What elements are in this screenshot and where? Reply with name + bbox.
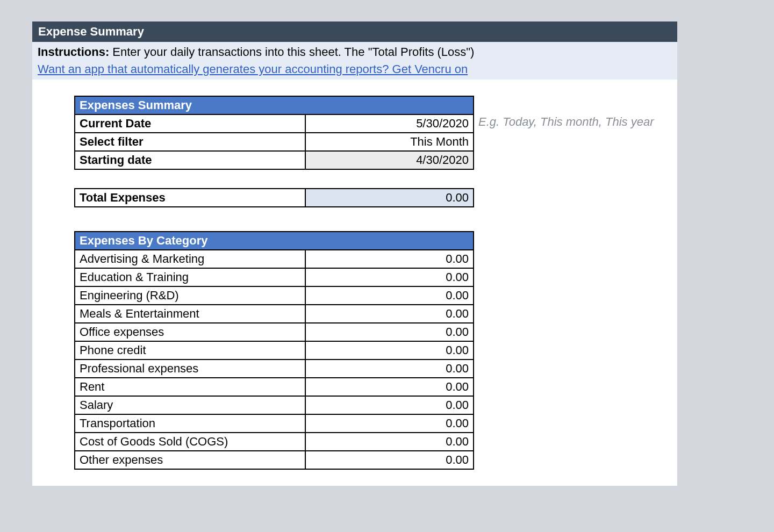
category-label: Cost of Goods Sold (COGS) <box>75 433 305 451</box>
category-label: Meals & Entertainment <box>75 305 305 323</box>
filter-hint: E.g. Today, This month, This year <box>478 115 654 129</box>
table-row: Total Expenses 0.00 <box>75 189 474 207</box>
category-label: Advertising & Marketing <box>75 250 305 268</box>
total-expenses-table: Total Expenses 0.00 <box>74 188 474 207</box>
table-row: Engineering (R&D) 0.00 <box>75 286 474 305</box>
worksheet: Expense Summary Instructions: Enter your… <box>32 21 677 486</box>
category-table-header-row: Expenses By Category <box>75 232 474 250</box>
table-row: Office expenses 0.00 <box>75 323 474 341</box>
category-label: Engineering (R&D) <box>75 286 305 305</box>
total-expenses-value: 0.00 <box>305 189 474 207</box>
total-expenses-label: Total Expenses <box>75 189 305 207</box>
category-value[interactable]: 0.00 <box>305 451 474 469</box>
category-label: Rent <box>75 378 305 396</box>
category-label: Office expenses <box>75 323 305 341</box>
content-area: Expenses Summary Current Date 5/30/2020 … <box>32 80 677 486</box>
table-row: Education & Training 0.00 <box>75 268 474 286</box>
table-row: Cost of Goods Sold (COGS) 0.00 <box>75 433 474 451</box>
instructions-text: Enter your daily transactions into this … <box>109 45 474 59</box>
category-value[interactable]: 0.00 <box>305 433 474 451</box>
table-row: Other expenses 0.00 <box>75 451 474 469</box>
category-label: Other expenses <box>75 451 305 469</box>
table-row: Meals & Entertainment 0.00 <box>75 305 474 323</box>
summary-table-header: Expenses Summary <box>75 96 474 114</box>
starting-date-cell[interactable]: 4/30/2020 <box>305 151 474 169</box>
row-label: Current Date <box>75 114 305 133</box>
table-row: Rent 0.00 <box>75 378 474 396</box>
category-table: Expenses By Category Advertising & Marke… <box>74 231 474 470</box>
category-value[interactable]: 0.00 <box>305 250 474 268</box>
category-label: Salary <box>75 396 305 414</box>
category-value[interactable]: 0.00 <box>305 341 474 360</box>
current-date-cell[interactable]: 5/30/2020 <box>305 114 474 133</box>
category-value[interactable]: 0.00 <box>305 323 474 341</box>
category-label: Professional expenses <box>75 360 305 378</box>
page-title-text: Expense Summary <box>38 25 144 38</box>
summary-table-header-row: Expenses Summary <box>75 96 474 114</box>
table-row: Phone credit 0.00 <box>75 341 474 360</box>
category-label: Phone credit <box>75 341 305 360</box>
row-label: Starting date <box>75 151 305 169</box>
promo-link[interactable]: Want an app that automatically generates… <box>38 60 468 76</box>
category-label: Education & Training <box>75 268 305 286</box>
category-value[interactable]: 0.00 <box>305 268 474 286</box>
page-title: Expense Summary <box>32 21 677 42</box>
summary-table: Expenses Summary Current Date 5/30/2020 … <box>74 96 474 170</box>
category-value[interactable]: 0.00 <box>305 414 474 433</box>
category-table-header: Expenses By Category <box>75 232 474 250</box>
table-row: Starting date 4/30/2020 <box>75 151 474 169</box>
info-band: Instructions: Enter your daily transacti… <box>32 42 677 80</box>
table-row: Advertising & Marketing 0.00 <box>75 250 474 268</box>
category-value[interactable]: 0.00 <box>305 286 474 305</box>
table-row: Professional expenses 0.00 <box>75 360 474 378</box>
category-value[interactable]: 0.00 <box>305 378 474 396</box>
table-row: Transportation 0.00 <box>75 414 474 433</box>
category-value[interactable]: 0.00 <box>305 396 474 414</box>
select-filter-cell[interactable]: This Month <box>305 133 474 151</box>
table-row: Select filter This Month <box>75 133 474 151</box>
category-value[interactable]: 0.00 <box>305 360 474 378</box>
row-label: Select filter <box>75 133 305 151</box>
category-value[interactable]: 0.00 <box>305 305 474 323</box>
category-label: Transportation <box>75 414 305 433</box>
instructions-label: Instructions: <box>38 45 109 59</box>
table-row: Current Date 5/30/2020 <box>75 114 474 133</box>
instructions-line: Instructions: Enter your daily transacti… <box>38 44 672 60</box>
table-row: Salary 0.00 <box>75 396 474 414</box>
